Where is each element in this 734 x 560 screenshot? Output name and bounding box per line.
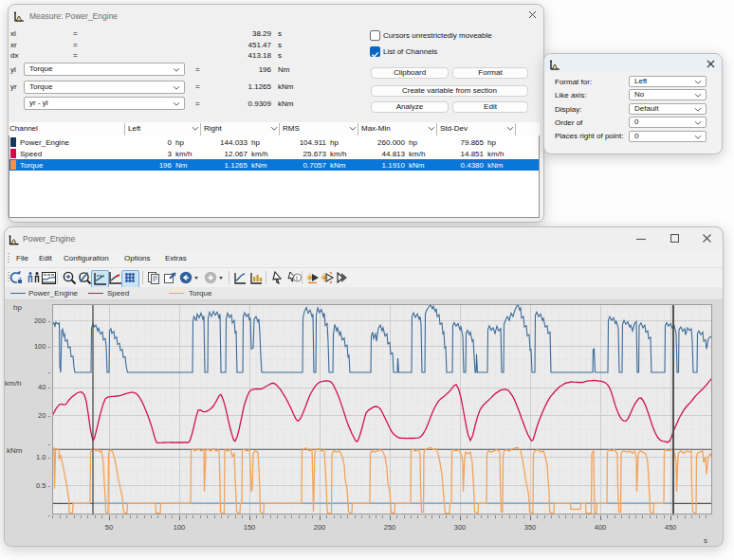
svg-text:i: i [296,274,298,282]
